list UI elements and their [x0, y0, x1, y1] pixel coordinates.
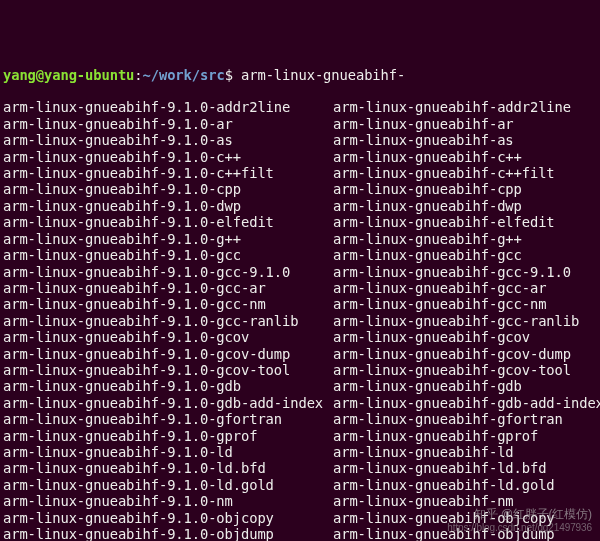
- listing-column-right: arm-linux-gnueabihf-addr2linearm-linux-g…: [333, 99, 593, 541]
- listing-item: arm-linux-gnueabihf-9.1.0-gprof: [3, 428, 333, 444]
- watermark: 知乎 @红胖子(红模仿) https://blog.csdn.net/qq214…: [447, 507, 592, 535]
- listing-item: arm-linux-gnueabihf-as: [333, 132, 593, 148]
- listing-item: arm-linux-gnueabihf-gcov: [333, 329, 593, 345]
- listing-item: arm-linux-gnueabihf-9.1.0-gdb-add-index: [3, 395, 333, 411]
- listing-item: arm-linux-gnueabihf-g++: [333, 231, 593, 247]
- prompt-colon: :: [134, 67, 142, 83]
- listing-item: arm-linux-gnueabihf-9.1.0-gcc: [3, 247, 333, 263]
- listing-item: arm-linux-gnueabihf-9.1.0-c++filt: [3, 165, 333, 181]
- listing-item: arm-linux-gnueabihf-9.1.0-gcov-dump: [3, 346, 333, 362]
- listing-item: arm-linux-gnueabihf-gcc-ranlib: [333, 313, 593, 329]
- listing-item: arm-linux-gnueabihf-ld.bfd: [333, 460, 593, 476]
- listing-item: arm-linux-gnueabihf-gcov-tool: [333, 362, 593, 378]
- listing-item: arm-linux-gnueabihf-9.1.0-objcopy: [3, 510, 333, 526]
- listing-item: arm-linux-gnueabihf-gcc-nm: [333, 296, 593, 312]
- listing-item: arm-linux-gnueabihf-c++: [333, 149, 593, 165]
- listing-item: arm-linux-gnueabihf-9.1.0-as: [3, 132, 333, 148]
- listing-item: arm-linux-gnueabihf-9.1.0-gcc-ar: [3, 280, 333, 296]
- listing-item: arm-linux-gnueabihf-9.1.0-ld.gold: [3, 477, 333, 493]
- prompt-command: arm-linux-gnueabihf-: [241, 67, 405, 83]
- listing-item: arm-linux-gnueabihf-addr2line: [333, 99, 593, 115]
- listing-item: arm-linux-gnueabihf-ld: [333, 444, 593, 460]
- listing-item: arm-linux-gnueabihf-ld.gold: [333, 477, 593, 493]
- listing-item: arm-linux-gnueabihf-9.1.0-objdump: [3, 526, 333, 541]
- listing-item: arm-linux-gnueabihf-gprof: [333, 428, 593, 444]
- listing-item: arm-linux-gnueabihf-gdb: [333, 378, 593, 394]
- listing-item: arm-linux-gnueabihf-9.1.0-gdb: [3, 378, 333, 394]
- prompt-at: @: [36, 67, 44, 83]
- prompt-user: yang: [3, 67, 36, 83]
- listing-item: arm-linux-gnueabihf-9.1.0-addr2line: [3, 99, 333, 115]
- listing-item: arm-linux-gnueabihf-9.1.0-ld.bfd: [3, 460, 333, 476]
- listing-item: arm-linux-gnueabihf-c++filt: [333, 165, 593, 181]
- listing-item: arm-linux-gnueabihf-gcc-9.1.0: [333, 264, 593, 280]
- listing-item: arm-linux-gnueabihf-elfedit: [333, 214, 593, 230]
- listing-item: arm-linux-gnueabihf-9.1.0-gcov: [3, 329, 333, 345]
- terminal-line-prompt-1[interactable]: yang@yang-ubuntu:~/work/src$ arm-linux-g…: [3, 67, 597, 83]
- listing-item: arm-linux-gnueabihf-9.1.0-ar: [3, 116, 333, 132]
- listing-item: arm-linux-gnueabihf-9.1.0-ld: [3, 444, 333, 460]
- completion-listing: arm-linux-gnueabihf-9.1.0-addr2linearm-l…: [3, 99, 597, 541]
- prompt-path: ~/work/src: [143, 67, 225, 83]
- listing-item: arm-linux-gnueabihf-dwp: [333, 198, 593, 214]
- listing-item: arm-linux-gnueabihf-9.1.0-gcc-nm: [3, 296, 333, 312]
- listing-item: arm-linux-gnueabihf-9.1.0-c++: [3, 149, 333, 165]
- watermark-line1: 知乎 @红胖子(红模仿): [447, 507, 592, 521]
- listing-item: arm-linux-gnueabihf-gcc-ar: [333, 280, 593, 296]
- listing-item: arm-linux-gnueabihf-9.1.0-dwp: [3, 198, 333, 214]
- listing-item: arm-linux-gnueabihf-9.1.0-gcc-9.1.0: [3, 264, 333, 280]
- listing-item: arm-linux-gnueabihf-9.1.0-nm: [3, 493, 333, 509]
- listing-item: arm-linux-gnueabihf-9.1.0-cpp: [3, 181, 333, 197]
- listing-item: arm-linux-gnueabihf-gcc: [333, 247, 593, 263]
- listing-item: arm-linux-gnueabihf-9.1.0-g++: [3, 231, 333, 247]
- listing-item: arm-linux-gnueabihf-9.1.0-gfortran: [3, 411, 333, 427]
- prompt-dollar: $: [225, 67, 241, 83]
- listing-item: arm-linux-gnueabihf-9.1.0-elfedit: [3, 214, 333, 230]
- listing-column-left: arm-linux-gnueabihf-9.1.0-addr2linearm-l…: [3, 99, 333, 541]
- listing-item: arm-linux-gnueabihf-gdb-add-index: [333, 395, 593, 411]
- watermark-line2: https://blog.csdn.net/qq21497936: [447, 521, 592, 535]
- listing-item: arm-linux-gnueabihf-ar: [333, 116, 593, 132]
- listing-item: arm-linux-gnueabihf-cpp: [333, 181, 593, 197]
- listing-item: arm-linux-gnueabihf-9.1.0-gcc-ranlib: [3, 313, 333, 329]
- prompt-host: yang-ubuntu: [44, 67, 134, 83]
- listing-item: arm-linux-gnueabihf-gfortran: [333, 411, 593, 427]
- listing-item: arm-linux-gnueabihf-gcov-dump: [333, 346, 593, 362]
- listing-item: arm-linux-gnueabihf-9.1.0-gcov-tool: [3, 362, 333, 378]
